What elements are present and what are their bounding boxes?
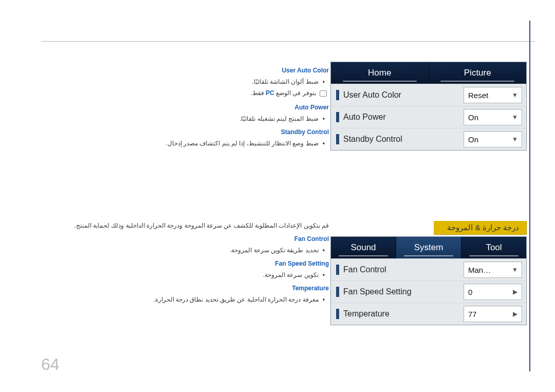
intro-text: قم بتكوين الإعدادات المطلوبة للكشف عن سر…: [41, 221, 329, 230]
tab-tool[interactable]: Tool: [461, 237, 526, 258]
row-label: Standby Control: [343, 135, 464, 144]
tab-home[interactable]: Home: [331, 62, 429, 84]
chevron-down-icon: ▼: [508, 114, 522, 121]
heading-user-auto-color: User Auto Color: [41, 66, 329, 75]
bullet-dot: •: [323, 139, 325, 148]
row-fan-speed-setting: Fan Speed Setting 0 ▶: [331, 281, 526, 303]
text-section-general: User Auto Color • ضبط ألوان الشاشة تلقائ…: [41, 62, 329, 149]
horizontal-rule: [41, 41, 534, 42]
tab-picture[interactable]: Picture: [429, 62, 527, 84]
bullet-dot: •: [323, 246, 325, 255]
row-marker: [336, 90, 339, 100]
bullet-standby-control: • ضبط وضع الانتظار للتنشيط، إذا لم يتم ا…: [41, 139, 329, 148]
row-user-auto-color: User Auto Color Reset ▼: [331, 84, 526, 106]
tabs: Sound System Tool: [331, 237, 526, 258]
heading-standby-control: Standby Control: [41, 127, 329, 137]
bullet-dot: •: [323, 114, 325, 123]
row-label: Auto Power: [343, 113, 464, 122]
heading-temperature: Temperature: [41, 284, 329, 293]
row-label: Temperature: [343, 309, 464, 319]
dropdown-user-auto-color[interactable]: Reset ▼: [464, 87, 522, 103]
tabs: Home Picture: [331, 62, 526, 84]
page-number: 64: [41, 355, 60, 374]
chevron-down-icon: ▼: [508, 136, 522, 143]
bullet-fan-speed: • تكوين سرعة المروحة.: [41, 270, 329, 279]
row-standby-control: Standby Control On ▼: [331, 128, 526, 150]
dropdown-fan-control[interactable]: Man… ▼: [464, 262, 522, 278]
screenshot-temp-fan: Sound System Tool Fan Control Man… ▼ Fan…: [330, 236, 527, 325]
row-marker: [336, 112, 339, 122]
bullet-auto-power: • ضبط المنتج ليتم تشغيله تلقائيًا.: [41, 114, 329, 123]
vertical-rule: [529, 21, 530, 371]
row-fan-control: Fan Control Man… ▼: [331, 258, 526, 281]
tab-sound[interactable]: Sound: [331, 237, 396, 258]
bullet-fan-control: • تحديد طريقة تكوين سرعة المروحة.: [41, 246, 329, 255]
row-marker: [336, 134, 339, 144]
row-marker: [336, 287, 339, 297]
bullet-dot: •: [323, 270, 325, 279]
dropdown-auto-power[interactable]: On ▼: [464, 109, 522, 125]
stepper-fan-speed[interactable]: 0 ▶: [464, 284, 522, 300]
screenshot-general: Home Picture User Auto Color Reset ▼ Aut…: [330, 62, 527, 151]
chevron-right-icon: ▶: [508, 288, 522, 295]
note-pc-only: يتوفر في الوضع PC فقط.: [41, 88, 329, 98]
row-label: Fan Control: [343, 265, 464, 274]
text-section-temp-fan: قم بتكوين الإعدادات المطلوبة للكشف عن سر…: [41, 221, 329, 305]
bullet-temperature: • معرفة درجة الحرارة الداخلية عن طريق تح…: [41, 295, 329, 304]
dropdown-standby-control[interactable]: On ▼: [464, 131, 522, 147]
tab-system[interactable]: System: [396, 237, 461, 258]
bullet-dot: •: [323, 77, 325, 86]
row-label: User Auto Color: [343, 90, 464, 100]
heading-fan-control: Fan Control: [41, 234, 329, 244]
chevron-down-icon: ▼: [508, 91, 522, 99]
stepper-temperature[interactable]: 77 ▶: [464, 306, 522, 322]
bullet-dot: •: [323, 295, 325, 304]
heading-auto-power: Auto Power: [41, 103, 329, 112]
chevron-right-icon: ▶: [508, 310, 522, 318]
heading-fan-speed: Fan Speed Setting: [41, 259, 329, 268]
row-auto-power: Auto Power On ▼: [331, 106, 526, 128]
note-icon: [320, 90, 327, 97]
row-marker: [336, 309, 339, 319]
row-marker: [336, 265, 339, 275]
row-label: Fan Speed Setting: [343, 287, 464, 296]
chevron-down-icon: ▼: [508, 266, 522, 273]
section-badge-temp-fan: درجة حرارة & المروحة: [434, 221, 527, 235]
row-temperature: Temperature 77 ▶: [331, 303, 526, 325]
bullet-user-auto-color: • ضبط ألوان الشاشة تلقائيًا.: [41, 77, 329, 86]
